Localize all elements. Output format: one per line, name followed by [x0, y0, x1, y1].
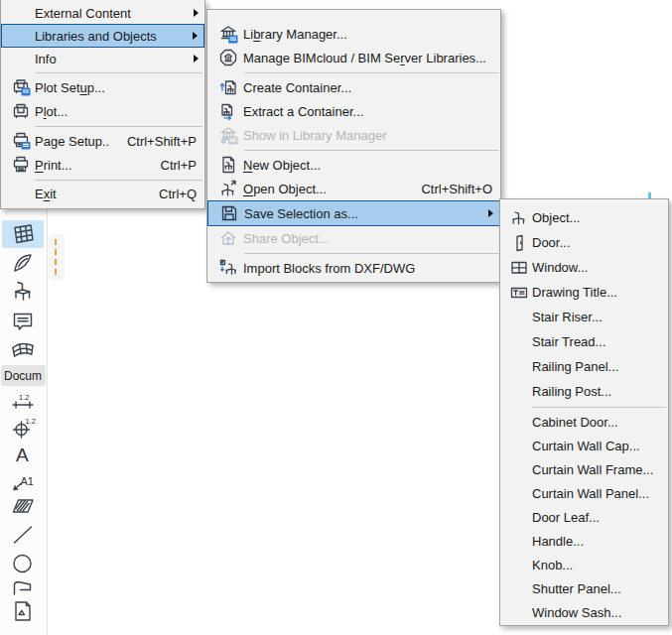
menu-item-save-selection-as[interactable]: Save Selection as... — [207, 200, 500, 226]
window-icon — [506, 258, 532, 278]
tool-label[interactable]: A1 — [2, 467, 44, 495]
menu-item-new-object[interactable]: New Object... — [207, 153, 500, 177]
menu-item-label: Shutter Panel... — [532, 581, 660, 596]
menu-item-import-blocks[interactable]: Import Blocks from DXF/DWG — [207, 256, 500, 280]
print-icon — [7, 155, 35, 175]
library-manager-icon — [213, 24, 243, 44]
menu-item-window[interactable]: Window... — [500, 255, 668, 280]
show-in-library-manager-icon — [213, 125, 243, 145]
menu-item-door-leaf[interactable]: Door Leaf... — [500, 505, 668, 529]
menu-item-print[interactable]: Print... Ctrl+P — [1, 153, 204, 177]
menu-item-label: External Content — [35, 6, 197, 21]
plot-icon — [7, 101, 35, 121]
menu-item-shutter-panel[interactable]: Shutter Panel... — [500, 576, 668, 600]
submenu-arrow-icon — [194, 55, 199, 63]
object-tool-icon — [10, 279, 36, 305]
menu-item-label: Window... — [532, 260, 660, 275]
tool-zone[interactable] — [2, 307, 44, 334]
menu-item-label: Cabinet Door... — [532, 415, 660, 430]
menu-item-label: Library Manager... — [243, 27, 492, 42]
menu-item-railing-post[interactable]: Railing Post... — [500, 379, 668, 404]
toolbar-group-document[interactable]: Docum — [1, 365, 46, 386]
menu-item-handle[interactable]: Handle... — [500, 529, 668, 553]
menu-item-label: Railing Post... — [532, 384, 660, 399]
menu-item-library-manager[interactable]: Library Manager... — [207, 22, 500, 46]
tool-text[interactable]: A — [2, 441, 44, 468]
menu-item-libraries-and-objects[interactable]: Libraries and Objects — [1, 24, 204, 48]
svg-text:1.2: 1.2 — [19, 393, 29, 402]
menu-item-knob[interactable]: Knob... — [500, 553, 668, 576]
menu-item-curtain-wall-frame[interactable]: Curtain Wall Frame... — [500, 457, 668, 481]
menu-item-label: Info — [35, 52, 197, 66]
import-blocks-icon — [213, 258, 243, 278]
menu-item-page-setup[interactable]: Page Setup... Ctrl+Shift+P — [1, 129, 204, 153]
drawing-title-icon — [506, 283, 532, 303]
menu-item-label: Manage BIMcloud / BIM Server Libraries..… — [243, 51, 492, 65]
menu-item-shortcut: Ctrl+Shift+P — [127, 134, 197, 149]
tool-fill[interactable] — [2, 492, 44, 520]
menu-item-window-sash[interactable]: Window Sash... — [500, 600, 668, 624]
snap-guide — [49, 234, 65, 280]
menu-item-show-in-library-manager[interactable]: Show in Library Manager — [207, 123, 500, 147]
menu-item-open-object[interactable]: Open Object... Ctrl+Shift+O — [207, 177, 500, 200]
menu-item-external-content[interactable]: External Content — [1, 2, 204, 24]
menu-item-stair-riser[interactable]: Stair Riser... — [500, 305, 668, 329]
door-icon — [506, 233, 532, 253]
level-dimension-icon: 1.2 — [10, 415, 36, 441]
menu-item-label: Plot Setup... — [35, 80, 197, 95]
menu-item-drawing-title[interactable]: Drawing Title... — [500, 280, 668, 305]
tool-curtain-wall[interactable] — [2, 220, 44, 248]
menu-item-plot[interactable]: Plot... — [1, 99, 204, 123]
menu-item-door[interactable]: Door... — [500, 230, 668, 255]
menu-item-manage-bimcloud[interactable]: Manage BIMcloud / BIM Server Libraries..… — [207, 46, 500, 69]
mesh-icon — [10, 336, 36, 362]
menu-item-stair-tread[interactable]: Stair Tread... — [500, 329, 668, 354]
tool-shell[interactable] — [2, 249, 44, 277]
object-icon — [506, 208, 532, 228]
menu-item-label: Show in Library Manager — [243, 128, 492, 143]
menu-item-label: Window Sash... — [532, 605, 660, 620]
menu-item-label: Plot... — [35, 104, 197, 119]
submenu-arrow-icon — [194, 9, 199, 17]
dimension-icon: 1.2 — [10, 389, 36, 415]
menu-item-object[interactable]: Object... — [500, 205, 668, 230]
tool-object[interactable] — [2, 278, 44, 306]
save-selection-as-submenu: Object... Door... Window... Drawing Titl… — [499, 198, 669, 626]
menu-item-extract-container[interactable]: Extract a Container... — [207, 99, 500, 123]
file-menu: External Content Libraries and Objects I… — [0, 0, 205, 209]
menu-item-label: Save Selection as... — [244, 206, 492, 221]
menu-item-plot-setup[interactable]: Plot Setup... — [1, 75, 204, 99]
tool-dimension[interactable]: 1.2 — [2, 388, 44, 416]
menu-item-cabinet-door[interactable]: Cabinet Door... — [500, 410, 668, 434]
label-icon: A1 — [10, 468, 36, 494]
tool-figure[interactable] — [2, 597, 44, 625]
menu-item-shortcut: Ctrl+Q — [159, 187, 197, 201]
menu-item-create-container[interactable]: Create Container... — [207, 75, 500, 99]
menu-item-shortcut: Ctrl+P — [161, 158, 197, 173]
tool-level-dimension[interactable]: 1.2 — [2, 414, 44, 442]
menu-item-info[interactable]: Info — [1, 48, 204, 69]
menu-item-exit[interactable]: Exit Ctrl+Q — [1, 183, 204, 204]
menu-item-label: Door... — [532, 235, 660, 250]
menu-item-label: Stair Tread... — [532, 334, 660, 349]
tool-mesh[interactable] — [2, 335, 44, 363]
page-setup-icon — [7, 131, 35, 151]
new-object-icon — [213, 155, 243, 175]
tool-line[interactable] — [2, 521, 44, 549]
menu-item-curtain-wall-panel[interactable]: Curtain Wall Panel... — [500, 481, 668, 505]
menu-item-label: Door Leaf... — [532, 510, 660, 525]
open-object-icon — [213, 179, 243, 198]
menu-item-share-object[interactable]: Share Object... — [207, 226, 500, 250]
curtain-wall-icon — [10, 221, 36, 247]
zone-icon — [10, 308, 36, 333]
submenu-arrow-icon — [488, 209, 493, 217]
menu-item-label: Import Blocks from DXF/DWG — [243, 261, 492, 276]
text-icon: A — [10, 442, 36, 467]
menu-item-railing-panel[interactable]: Railing Panel... — [500, 354, 668, 379]
menu-item-shortcut: Ctrl+Shift+O — [421, 182, 492, 196]
menu-item-label: Object... — [532, 210, 660, 225]
menu-item-label: New Object... — [243, 158, 492, 173]
svg-text:1.2: 1.2 — [26, 417, 36, 426]
menu-item-curtain-wall-cap[interactable]: Curtain Wall Cap... — [500, 434, 668, 457]
menu-item-label: Share Object... — [243, 231, 492, 246]
